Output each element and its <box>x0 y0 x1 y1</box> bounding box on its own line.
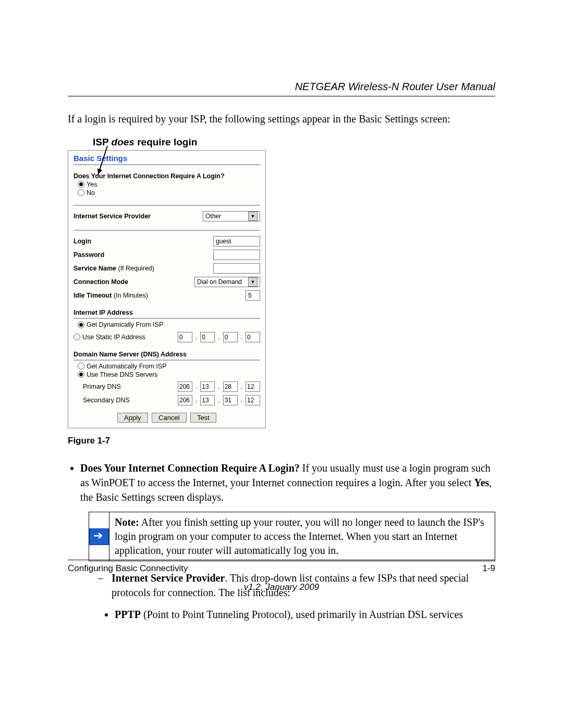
connection-mode-value: Dial on Demand <box>197 278 242 286</box>
isp-select[interactable]: Other ▼ <box>203 211 260 221</box>
primary-dns-label: Primary DNS <box>83 383 121 390</box>
doc-header: NETGEAR Wireless-N Router User Manual <box>68 81 495 93</box>
callout-suffix: require login <box>134 137 197 147</box>
bullet-list: Does Your Internet Connection Require A … <box>68 461 495 504</box>
service-name-input[interactable] <box>213 263 260 274</box>
dropdown-arrow-icon[interactable]: ▼ <box>248 277 258 287</box>
idle-timeout-label: Idle Timeout (In Minutes) <box>74 292 148 299</box>
dns-auto-label: Get Automatically From ISP <box>87 363 167 370</box>
note-box: Note: After you finish setting up your r… <box>89 512 495 561</box>
ip-octet-4[interactable]: 0 <box>246 332 260 342</box>
radio-ip-static-wrap[interactable]: Use Static IP Address <box>74 334 145 341</box>
static-ip-inputs: 0. 0. 0. 0 <box>178 332 260 342</box>
figure-wrap: Basic Settings Does Your Internet Connec… <box>68 150 266 428</box>
figure-caption: Figure 1-7 <box>68 436 495 446</box>
isp-label: Internet Service Provider <box>74 213 151 220</box>
basic-settings-panel: Basic Settings Does Your Internet Connec… <box>68 150 266 428</box>
radio-yes[interactable] <box>78 181 84 188</box>
panel-buttons: Apply Cancel Test <box>74 413 260 423</box>
radio-dns-use[interactable] <box>78 371 84 378</box>
radio-yes-label: Yes <box>87 181 97 188</box>
cancel-button[interactable]: Cancel <box>152 413 186 423</box>
footer-left: Configuring Basic Connectivity <box>68 563 188 574</box>
radio-ip-dynamic[interactable] <box>78 322 84 328</box>
pdns-1[interactable]: 206 <box>178 381 192 392</box>
dns-section-head: Domain Name Server (DNS) Address <box>74 351 260 361</box>
isp-row: Internet Service Provider Other ▼ <box>74 211 260 221</box>
login-input[interactable]: guest <box>213 236 260 246</box>
radio-yes-row[interactable]: Yes <box>78 181 260 188</box>
connection-mode-select[interactable]: Dial on Demand ▼ <box>194 277 260 287</box>
b1-bold: Does Your Internet Connection Require A … <box>80 462 300 474</box>
ip-octet-1[interactable]: 0 <box>178 332 192 342</box>
svc-label-b: (If Required) <box>118 265 154 272</box>
idle-label-b: (In Minutes) <box>114 292 148 299</box>
intro-text: If a login is required by your ISP, the … <box>68 112 495 126</box>
page-number: 1-9 <box>482 563 495 574</box>
i1-rest: (Point to Point Tunneling Protocol), use… <box>141 609 463 620</box>
idle-label-a: Idle Timeout <box>74 292 114 299</box>
footer-rule <box>68 560 495 560</box>
dropdown-arrow-icon[interactable]: ▼ <box>248 212 258 221</box>
section-rule <box>74 205 260 206</box>
figure-callout: ISP does require login <box>93 137 495 148</box>
pdns-3[interactable]: 28 <box>223 381 238 392</box>
test-button[interactable]: Test <box>190 413 216 423</box>
doc-version: v1.2, January 2009 <box>68 582 495 593</box>
radio-ip-static[interactable] <box>74 334 80 340</box>
login-row: Login guest <box>74 236 260 246</box>
secondary-dns-inputs: 206. 13. 31. 12 <box>178 395 260 405</box>
ip-octet-3[interactable]: 0 <box>223 332 238 342</box>
dot-icon: . <box>241 334 242 341</box>
dns-auto-row[interactable]: Get Automatically From ISP <box>78 363 260 370</box>
primary-dns-row: Primary DNS 206. 13. 28. 12 <box>74 381 260 392</box>
pdns-2[interactable]: 13 <box>200 381 215 392</box>
idle-timeout-input[interactable]: 5 <box>246 290 260 301</box>
service-name-label: Service Name (If Required) <box>74 265 154 272</box>
isp-select-value: Other <box>205 213 221 220</box>
note-text: Note: After you finish setting up your r… <box>109 512 495 561</box>
sdns-1[interactable]: 206 <box>178 395 192 405</box>
dot-icon: . <box>195 383 197 390</box>
apply-button[interactable]: Apply <box>117 413 148 423</box>
sdns-3[interactable]: 31 <box>223 395 238 405</box>
password-input[interactable] <box>213 250 260 260</box>
radio-no[interactable] <box>78 189 84 196</box>
ip-section-head: Internet IP Address <box>74 309 260 319</box>
service-name-row: Service Name (If Required) <box>74 263 260 274</box>
dns-use-row[interactable]: Use These DNS Servers <box>78 371 260 378</box>
password-row: Password <box>74 250 260 260</box>
i1-bold: PPTP <box>115 609 141 620</box>
header-rule <box>68 96 495 96</box>
svc-label-a: Service Name <box>74 265 118 272</box>
radio-no-label: No <box>87 189 95 196</box>
radio-no-row[interactable]: No <box>78 189 260 196</box>
dot-icon: . <box>218 383 219 390</box>
dot-icon: . <box>241 397 242 404</box>
sdns-2[interactable]: 13 <box>200 395 215 405</box>
inner-bullet-list: PPTP (Point to Point Tunneling Protocol)… <box>68 607 495 622</box>
callout-em: does <box>112 137 134 147</box>
page-footer: Configuring Basic Connectivity 1-9 v1.2,… <box>68 560 495 593</box>
secondary-dns-row: Secondary DNS 206. 13. 31. 12 <box>74 395 260 405</box>
dot-icon: . <box>241 383 242 390</box>
dot-icon: . <box>195 397 197 404</box>
primary-dns-inputs: 206. 13. 28. 12 <box>178 381 260 392</box>
ip-octet-2[interactable]: 0 <box>200 332 215 342</box>
sdns-4[interactable]: 12 <box>246 395 260 405</box>
connection-mode-row: Connection Mode Dial on Demand ▼ <box>74 277 260 287</box>
note-icon-cell <box>89 512 109 561</box>
dot-icon: . <box>218 334 219 341</box>
idle-timeout-row: Idle Timeout (In Minutes) 5 <box>74 290 260 301</box>
ip-static-label: Use Static IP Address <box>82 334 145 341</box>
dot-icon: . <box>195 334 197 341</box>
login-required-question: Does Your Internet Connection Require A … <box>74 172 260 180</box>
dot-icon: . <box>218 397 219 404</box>
b1-yes: Yes <box>474 477 489 488</box>
connection-mode-label: Connection Mode <box>74 278 128 286</box>
ip-dyn-row[interactable]: Get Dynamically From ISP <box>78 321 260 328</box>
ip-dyn-label: Get Dynamically From ISP <box>87 321 163 328</box>
radio-dns-auto[interactable] <box>78 363 84 369</box>
pdns-4[interactable]: 12 <box>246 381 260 392</box>
note-bold: Note: <box>115 516 139 528</box>
